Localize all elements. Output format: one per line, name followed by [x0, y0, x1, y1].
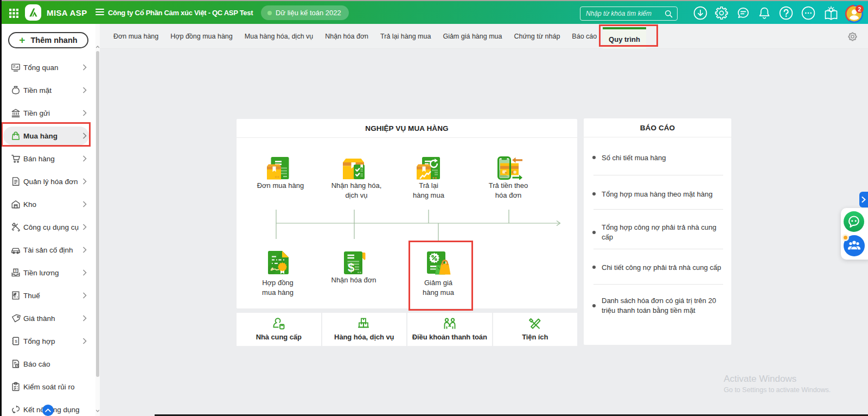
svg-text:$: $ [15, 268, 17, 272]
svg-text:$: $ [15, 339, 18, 344]
svg-text:$: $ [348, 261, 354, 274]
